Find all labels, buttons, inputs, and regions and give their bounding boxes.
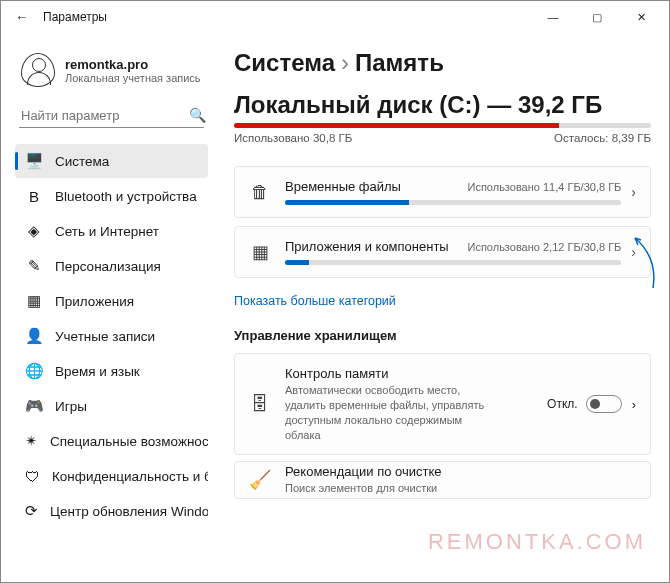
user-name: remontka.pro <box>65 57 201 72</box>
sidebar-item-9[interactable]: 🛡Конфиденциальность и безопасность <box>15 459 208 493</box>
category-used: Использовано 2,12 ГБ/30,8 ГБ <box>467 241 621 253</box>
nav-icon: ✴ <box>25 432 38 450</box>
nav-label: Bluetooth и устройства <box>55 189 197 204</box>
sidebar-item-0[interactable]: 🖥️Система <box>15 144 208 178</box>
nav-icon: 🌐 <box>25 362 43 380</box>
nav-icon: 🖥️ <box>25 152 43 170</box>
nav-icon: B <box>25 187 43 205</box>
sidebar: remontka.pro Локальная учетная запись 🔍 … <box>1 33 216 582</box>
cleanup-sub: Поиск элементов для очистки <box>285 481 485 496</box>
sidebar-item-3[interactable]: ✎Персонализация <box>15 249 208 283</box>
nav-label: Учетные записи <box>55 329 155 344</box>
minimize-button[interactable]: — <box>531 2 575 32</box>
nav-label: Специальные возможности <box>50 434 208 449</box>
sidebar-item-8[interactable]: ✴Специальные возможности <box>15 424 208 458</box>
sidebar-item-5[interactable]: 👤Учетные записи <box>15 319 208 353</box>
crumb-system[interactable]: Система <box>234 49 335 76</box>
storage-sense-title: Контроль памяти <box>285 366 547 381</box>
nav-icon: 🛡 <box>25 467 40 485</box>
chevron-right-icon: › <box>632 397 636 412</box>
maximize-button[interactable]: ▢ <box>575 2 619 32</box>
nav-label: Сеть и Интернет <box>55 224 159 239</box>
sidebar-item-2[interactable]: ◈Сеть и Интернет <box>15 214 208 248</box>
broom-icon: 🧹 <box>249 469 271 491</box>
nav-label: Система <box>55 154 109 169</box>
category-card-0[interactable]: 🗑Временные файлыИспользовано 11,4 ГБ/30,… <box>234 166 651 218</box>
chevron-right-icon: › <box>631 184 636 200</box>
cleanup-rec-card[interactable]: 🧹 Рекомендации по очистке Поиск элементо… <box>234 461 651 499</box>
show-more-link[interactable]: Показать больше категорий <box>234 294 651 308</box>
nav-label: Игры <box>55 399 87 414</box>
nav-label: Конфиденциальность и безопасность <box>52 469 208 484</box>
storage-sense-sub: Автоматически освободить место, удалить … <box>285 383 485 442</box>
nav-icon: ◈ <box>25 222 43 240</box>
section-title: Управление хранилищем <box>234 328 651 343</box>
search-icon: 🔍 <box>189 107 206 123</box>
avatar-icon <box>21 53 55 87</box>
category-icon: 🗑 <box>249 181 271 203</box>
user-sub: Локальная учетная запись <box>65 72 201 84</box>
category-used: Использовано 11,4 ГБ/30,8 ГБ <box>467 181 621 193</box>
sidebar-item-1[interactable]: BBluetooth и устройства <box>15 179 208 213</box>
disk-bar <box>234 123 651 128</box>
sidebar-item-7[interactable]: 🎮Игры <box>15 389 208 423</box>
chevron-right-icon: › <box>631 244 636 260</box>
nav-icon: ▦ <box>25 292 43 310</box>
sidebar-item-4[interactable]: ▦Приложения <box>15 284 208 318</box>
back-button[interactable]: ← <box>7 2 37 32</box>
nav-label: Время и язык <box>55 364 140 379</box>
disk-used: Использовано 30,8 ГБ <box>234 132 352 144</box>
storage-sense-toggle[interactable] <box>586 395 622 413</box>
search-box[interactable]: 🔍 <box>19 103 204 128</box>
search-input[interactable] <box>21 108 189 123</box>
cleanup-title: Рекомендации по очистке <box>285 464 636 479</box>
titlebar: ← Параметры — ▢ ✕ <box>1 1 669 33</box>
nav-icon: 👤 <box>25 327 43 345</box>
nav-icon: ⟳ <box>25 502 38 520</box>
disk-left: Осталось: 8,39 ГБ <box>554 132 651 144</box>
category-bar <box>285 260 621 265</box>
category-title: Временные файлы <box>285 179 401 194</box>
category-bar <box>285 200 621 205</box>
category-icon: ▦ <box>249 241 271 263</box>
nav-label: Персонализация <box>55 259 161 274</box>
nav-icon: ✎ <box>25 257 43 275</box>
disk-title: Локальный диск (C:) — 39,2 ГБ <box>234 91 651 119</box>
category-card-1[interactable]: ▦Приложения и компонентыИспользовано 2,1… <box>234 226 651 278</box>
crumb-storage: Память <box>355 49 444 76</box>
close-button[interactable]: ✕ <box>619 2 663 32</box>
storage-sense-icon: 🗄 <box>249 393 271 415</box>
storage-sense-card[interactable]: 🗄 Контроль памяти Автоматически освободи… <box>234 353 651 455</box>
category-title: Приложения и компоненты <box>285 239 449 254</box>
nav-label: Приложения <box>55 294 134 309</box>
sidebar-item-6[interactable]: 🌐Время и язык <box>15 354 208 388</box>
user-block[interactable]: remontka.pro Локальная учетная запись <box>21 53 208 87</box>
sidebar-item-10[interactable]: ⟳Центр обновления Windows <box>15 494 208 528</box>
nav-label: Центр обновления Windows <box>50 504 208 519</box>
window-title: Параметры <box>43 10 107 24</box>
breadcrumb: Система›Память <box>234 49 651 77</box>
nav-icon: 🎮 <box>25 397 43 415</box>
main: Система›Память Локальный диск (C:) — 39,… <box>216 33 669 582</box>
toggle-state: Откл. <box>547 397 578 411</box>
